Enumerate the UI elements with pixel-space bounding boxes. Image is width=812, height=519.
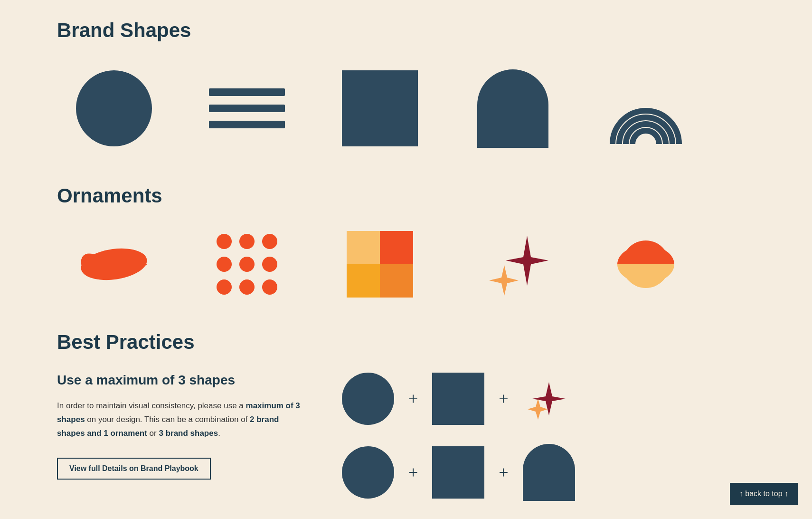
shape-square-item — [332, 61, 427, 156]
best-practices-section: Best Practices Use a maximum of 3 shapes… — [57, 331, 755, 501]
view-playbook-button[interactable]: View full Details on Brand Playbook — [57, 458, 211, 480]
line-2 — [209, 105, 285, 112]
ornament-dots-item — [199, 226, 294, 302]
combo-plus-4: + — [499, 464, 508, 481]
bold-3-shapes: 3 brand shapes — [159, 429, 218, 438]
combo-square-2 — [432, 446, 484, 499]
best-practices-subtitle: Use a maximum of 3 shapes — [57, 373, 304, 388]
combo-circle-2 — [342, 446, 394, 499]
best-practices-content: Use a maximum of 3 shapes In order to ma… — [57, 373, 755, 501]
brand-shapes-title: Brand Shapes — [57, 19, 755, 42]
teardrop-ornament — [76, 238, 152, 290]
line-3 — [209, 121, 285, 128]
combo-plus-2: + — [499, 390, 508, 407]
shape-rainbow-item — [598, 61, 693, 156]
svg-point-0 — [79, 245, 149, 284]
rainbow-arch-shape — [608, 70, 684, 146]
best-practices-description: In order to maintain visual consistency,… — [57, 399, 304, 441]
ornaments-row — [57, 226, 755, 302]
back-to-top-button[interactable]: ↑ back to top ↑ — [730, 483, 798, 505]
combo-plus-1: + — [408, 390, 418, 407]
shape-lines-item — [199, 61, 294, 156]
dot-2 — [239, 234, 255, 249]
dot-5 — [239, 257, 255, 272]
ornament-sparkle-item — [465, 226, 560, 302]
grid-cell-2 — [380, 231, 413, 264]
combo-arch — [523, 444, 575, 501]
dot-3 — [262, 234, 277, 249]
combo-row-1: + + — [342, 373, 755, 425]
sparkle-ornament — [475, 226, 551, 302]
shape-circle-item — [66, 61, 161, 156]
combo-row-2: + + — [342, 444, 755, 501]
combo-circle — [342, 373, 394, 425]
dot-9 — [262, 279, 277, 295]
shapes-row — [57, 61, 755, 156]
halfmoon-ornament — [608, 233, 684, 295]
shape-combos: + + + + — [342, 373, 755, 501]
ornaments-title: Ornaments — [57, 184, 755, 207]
dot-6 — [262, 257, 277, 272]
square-shape — [342, 70, 418, 146]
lines-shape — [209, 88, 285, 128]
dot-4 — [217, 257, 232, 272]
combo-square — [432, 373, 484, 425]
combo-plus-3: + — [408, 464, 418, 481]
ornament-teardrop-item — [66, 226, 161, 302]
arch-shape — [477, 69, 548, 148]
dots-ornament — [212, 229, 282, 299]
ornament-grid-item — [332, 226, 427, 302]
dot-1 — [217, 234, 232, 249]
best-practices-text: Use a maximum of 3 shapes In order to ma… — [57, 373, 304, 480]
ornaments-section: Ornaments — [57, 184, 755, 302]
grid-cell-1 — [347, 231, 380, 264]
shape-arch-item — [465, 61, 560, 156]
brand-shapes-section: Brand Shapes — [57, 19, 755, 156]
best-practices-title: Best Practices — [57, 331, 755, 354]
line-1 — [209, 88, 285, 96]
combo-sparkle — [523, 377, 566, 420]
page-container: Brand Shapes — [0, 0, 812, 519]
grid-cell-3 — [347, 264, 380, 298]
circle-shape — [76, 70, 152, 146]
dot-8 — [239, 279, 255, 295]
dot-7 — [217, 279, 232, 295]
grid-cell-4 — [380, 264, 413, 298]
ornament-halfmoon-item — [598, 226, 693, 302]
color-grid-ornament — [347, 231, 413, 298]
